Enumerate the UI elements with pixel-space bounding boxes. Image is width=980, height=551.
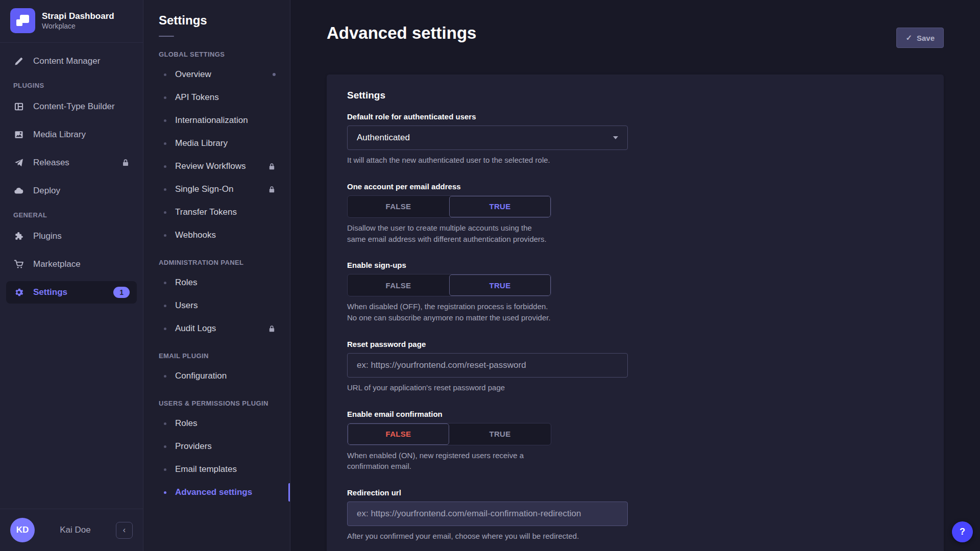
subnav-item-single-sign-on[interactable]: Single Sign-On <box>143 180 290 199</box>
bullet-icon <box>164 375 166 378</box>
picture-icon <box>13 130 24 140</box>
settings-card: Settings Default role for authenticated … <box>327 74 944 551</box>
reset-password-input[interactable] <box>347 353 628 378</box>
sidebar-item-label: Deploy <box>33 186 60 196</box>
one-account-toggle: FALSE TRUE <box>347 195 551 218</box>
subnav-item-label: Configuration <box>175 371 227 381</box>
field-label: One account per email address <box>347 182 923 191</box>
toggle-false-option[interactable]: FALSE <box>348 274 449 296</box>
field-default-role: Default role for authenticated users Aut… <box>347 112 923 166</box>
field-label: Redirection url <box>347 488 923 497</box>
subnav-item-admin-roles[interactable]: Roles <box>143 273 290 292</box>
redirection-url-input[interactable] <box>347 502 628 526</box>
field-label: Enable sign-ups <box>347 261 923 269</box>
avatar[interactable]: KD <box>10 518 35 542</box>
bullet-icon <box>164 305 166 307</box>
subnav-item-api-tokens[interactable]: API Tokens <box>143 88 290 107</box>
subnav-section-global-settings: GLOBAL SETTINGS <box>159 51 275 58</box>
sidebar-item-media-library[interactable]: Media Library <box>6 123 137 146</box>
main-sidebar: Strapi Dashboard Workplace Content Manag… <box>0 0 143 551</box>
sidebar-item-label: Marketplace <box>33 259 81 269</box>
pen-icon <box>13 56 24 66</box>
field-hint: When disabled (OFF), the registration pr… <box>347 301 923 323</box>
sidebar-item-settings[interactable]: Settings 1 <box>6 281 137 304</box>
sidebar-item-label: Media Library <box>33 130 86 140</box>
sign-ups-toggle: FALSE TRUE <box>347 274 551 296</box>
field-one-account-per-email: One account per email address FALSE TRUE… <box>347 182 923 245</box>
subnav-item-configuration[interactable]: Configuration <box>143 366 290 386</box>
subnav-item-webhooks[interactable]: Webhooks <box>143 226 290 245</box>
subnav-item-transfer-tokens[interactable]: Transfer Tokens <box>143 203 290 222</box>
sidebar-item-deploy[interactable]: Deploy <box>6 180 137 202</box>
lock-icon <box>268 186 276 193</box>
subnav-item-review-workflows[interactable]: Review Workflows <box>143 157 290 176</box>
sidebar-item-content-manager[interactable]: Content Manager <box>6 50 137 72</box>
user-name: Kai Doe <box>35 525 116 535</box>
default-role-select[interactable]: Authenticated <box>347 126 628 150</box>
sidebar-item-content-type-builder[interactable]: Content-Type Builder <box>6 95 137 118</box>
subnav-item-label: Webhooks <box>175 230 216 240</box>
bullet-icon <box>164 165 166 168</box>
chevron-left-icon: ‹ <box>123 525 126 535</box>
email-confirmation-toggle: FALSE TRUE <box>347 423 551 445</box>
toggle-false-option[interactable]: FALSE <box>348 196 449 217</box>
bullet-icon <box>164 73 166 76</box>
subnav-title: Settings <box>143 0 290 28</box>
bullet-icon <box>164 328 166 330</box>
sidebar-item-plugins[interactable]: Plugins <box>6 225 137 247</box>
subnav-item-label: Internationalization <box>175 115 248 126</box>
gear-icon <box>13 287 24 297</box>
layout-icon <box>13 102 24 112</box>
subnav-item-label: Review Workflows <box>175 161 246 171</box>
main-content: Advanced settings ✓ Save Settings Defaul… <box>290 0 980 551</box>
subnav-item-label: Media Library <box>175 138 228 148</box>
subnav-item-providers[interactable]: Providers <box>143 437 290 456</box>
bullet-icon <box>164 211 166 214</box>
sidebar-item-marketplace[interactable]: Marketplace <box>6 253 137 276</box>
help-button[interactable]: ? <box>952 521 973 542</box>
subnav-item-email-templates[interactable]: Email templates <box>143 460 290 479</box>
field-enable-email-confirmation: Enable email confirmation FALSE TRUE Whe… <box>347 410 923 472</box>
puzzle-icon <box>13 231 24 241</box>
field-label: Enable email confirmation <box>347 410 923 418</box>
strapi-logo-icon <box>10 8 35 33</box>
subnav-item-users[interactable]: Users <box>143 296 290 315</box>
toggle-true-option[interactable]: TRUE <box>449 196 551 217</box>
subnav-item-label: Single Sign-On <box>175 184 233 194</box>
check-icon: ✓ <box>905 33 912 42</box>
collapse-sidebar-button[interactable]: ‹ <box>116 522 133 539</box>
field-label: Default role for authenticated users <box>347 112 923 121</box>
sidebar-item-label: Content-Type Builder <box>33 102 115 112</box>
subnav-section-administration-panel: ADMINISTRATION PANEL <box>159 259 275 266</box>
bullet-icon <box>164 234 166 237</box>
subnav-item-media-library[interactable]: Media Library <box>143 134 290 153</box>
sidebar-item-releases[interactable]: Releases <box>6 152 137 174</box>
bullet-icon <box>164 445 166 448</box>
lock-icon <box>121 159 130 167</box>
field-enable-sign-ups: Enable sign-ups FALSE TRUE When disabled… <box>347 261 923 323</box>
subnav-item-overview[interactable]: Overview <box>143 65 290 84</box>
field-hint: It will attach the new authenticated use… <box>347 155 923 166</box>
settings-subnav: Settings GLOBAL SETTINGS Overview API To… <box>143 0 290 551</box>
subnav-item-label: Advanced settings <box>175 487 252 497</box>
workspace-brand[interactable]: Strapi Dashboard Workplace <box>0 0 143 43</box>
bullet-icon <box>164 188 166 191</box>
sidebar-item-label: Settings <box>33 287 67 297</box>
field-hint: Disallow the user to create multiple acc… <box>347 222 923 245</box>
subnav-item-label: Audit Logs <box>175 323 216 334</box>
toggle-true-option[interactable]: TRUE <box>449 274 551 296</box>
field-hint: URL of your application's reset password… <box>347 382 923 393</box>
subnav-item-label: Roles <box>175 418 197 429</box>
subnav-item-internationalization[interactable]: Internationalization <box>143 111 290 130</box>
toggle-true-option[interactable]: TRUE <box>449 423 551 445</box>
save-button[interactable]: ✓ Save <box>896 28 944 48</box>
subnav-divider <box>159 36 174 37</box>
subnav-item-label: Providers <box>175 441 212 452</box>
subnav-item-up-roles[interactable]: Roles <box>143 414 290 433</box>
toggle-false-option[interactable]: FALSE <box>348 423 449 445</box>
sidebar-item-label: Plugins <box>33 231 62 241</box>
subnav-item-audit-logs[interactable]: Audit Logs <box>143 319 290 338</box>
cloud-icon <box>13 186 24 196</box>
subnav-item-advanced-settings[interactable]: Advanced settings <box>143 483 290 502</box>
field-reset-password-page: Reset password page URL of your applicat… <box>347 340 923 393</box>
